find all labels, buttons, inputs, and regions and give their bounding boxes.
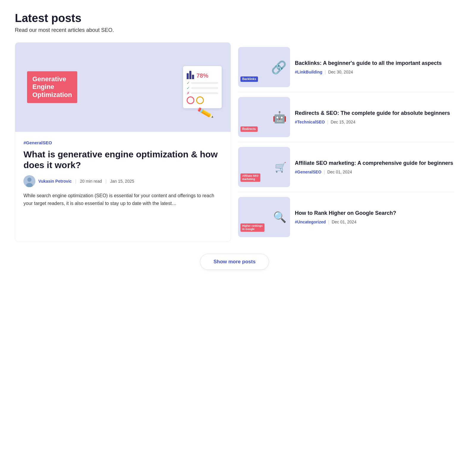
side-post-info-2: Redirects & SEO: The complete guide for … xyxy=(295,110,454,124)
side-posts-wrapper: Backlinks 🔗 Backlinks: A beginner's guid… xyxy=(238,42,454,242)
author-row: Vukasin Petrovic | 20 min read | Jan 15,… xyxy=(23,175,222,187)
doc-check-1: ✓ xyxy=(187,81,218,85)
side-post-meta-4: #Uncategorized | Dec 01, 2024 xyxy=(295,220,454,224)
doc-check-2: ✓ xyxy=(187,86,218,90)
dot-2: | xyxy=(106,179,107,184)
side-post-info-3: Affiliate SEO marketing: A comprehensive… xyxy=(295,160,454,174)
side-post-date-3: Dec 01, 2024 xyxy=(327,170,352,174)
show-more-wrapper: Show more posts xyxy=(15,254,454,270)
side-post-meta-2: #TechnicalSEO | Dec 15, 2024 xyxy=(295,120,454,124)
side-post-info-1: Backlinks: A beginner's guide to all the… xyxy=(295,60,454,74)
featured-tag[interactable]: #GeneralSEO xyxy=(23,140,52,145)
thumb-label-4: Higher rankingsin Google xyxy=(240,223,265,232)
side-post-thumb-4: Higher rankingsin Google 🔍 xyxy=(238,197,290,237)
featured-illustration: 78% ✓ ✓ ✗ xyxy=(183,66,222,108)
side-post-1: Backlinks 🔗 Backlinks: A beginner's guid… xyxy=(238,42,454,92)
robot-icon: 🤖 xyxy=(273,111,287,124)
featured-image-label: GenerativeEngineOptimization xyxy=(27,71,77,103)
doc-gauges xyxy=(187,96,218,104)
featured-title: What is generative engine optimization &… xyxy=(23,149,222,170)
featured-excerpt: While search engine optimization (SEO) i… xyxy=(23,192,222,207)
side-post-info-4: How to Rank Higher on Google Search? #Un… xyxy=(295,210,454,224)
posts-grid: GenerativeEngineOptimization 78% ✓ xyxy=(15,42,454,242)
svg-point-1 xyxy=(27,178,32,182)
side-post-title-4: How to Rank Higher on Google Search? xyxy=(295,210,454,217)
side-post-thumb-3: Affiliate SEOmarketing 🛒 xyxy=(238,147,290,187)
side-post-tag-2[interactable]: #TechnicalSEO xyxy=(295,120,325,124)
side-post-tag-1[interactable]: #LinkBuilding xyxy=(295,70,322,74)
side-post-tag-4[interactable]: #Uncategorized xyxy=(295,220,326,224)
doc-check-3: ✗ xyxy=(187,91,218,95)
thumb-label-3: Affiliate SEOmarketing xyxy=(240,173,260,182)
side-post-meta-3: #GeneralSEO | Dec 01, 2024 xyxy=(295,170,454,174)
featured-post-content: #GeneralSEO What is generative engine op… xyxy=(15,132,231,217)
page-subtitle: Read our most recent articles about SEO. xyxy=(15,27,454,33)
side-post-date-4: Dec 01, 2024 xyxy=(332,220,356,224)
side-post-tag-3[interactable]: #GeneralSEO xyxy=(295,170,322,174)
doc-percent: 78% xyxy=(196,72,208,79)
featured-date: Jan 15, 2025 xyxy=(110,179,134,184)
chain-icon: 🔗 xyxy=(271,60,287,74)
side-post-thumb-1: Backlinks 🔗 xyxy=(238,47,290,87)
side-post-4: Higher rankingsin Google 🔍 How to Rank H… xyxy=(238,192,454,242)
side-post-3: Affiliate SEOmarketing 🛒 Affiliate SEO m… xyxy=(238,142,454,192)
author-name-link[interactable]: Vukasin Petrovic xyxy=(38,179,72,184)
magnify-icon: 🔍 xyxy=(273,211,287,223)
side-post-meta-1: #LinkBuilding | Dec 30, 2024 xyxy=(295,70,454,74)
side-post-title-1: Backlinks: A beginner's guide to all the… xyxy=(295,60,454,67)
side-post-2: Redirects 🤖 Redirects & SEO: The complet… xyxy=(238,92,454,142)
thumb-label-2: Redirects xyxy=(240,126,258,132)
side-post-title-2: Redirects & SEO: The complete guide for … xyxy=(295,110,454,117)
read-time: 20 min read xyxy=(80,179,102,184)
thumb-label-1: Backlinks xyxy=(240,76,258,82)
dot-1: | xyxy=(75,179,76,184)
author-avatar xyxy=(23,175,35,187)
side-post-title-3: Affiliate SEO marketing: A comprehensive… xyxy=(295,160,454,167)
featured-post-image: GenerativeEngineOptimization 78% ✓ xyxy=(15,43,231,132)
side-post-thumb-2: Redirects 🤖 xyxy=(238,97,290,137)
cart-icon: 🛒 xyxy=(275,162,287,173)
side-post-date-1: Dec 30, 2024 xyxy=(328,70,353,74)
featured-post: GenerativeEngineOptimization 78% ✓ xyxy=(15,42,231,242)
show-more-button[interactable]: Show more posts xyxy=(200,254,269,270)
page-title: Latest posts xyxy=(15,12,454,25)
side-post-date-2: Dec 15, 2024 xyxy=(331,120,355,124)
page-header: Latest posts Read our most recent articl… xyxy=(15,12,454,33)
